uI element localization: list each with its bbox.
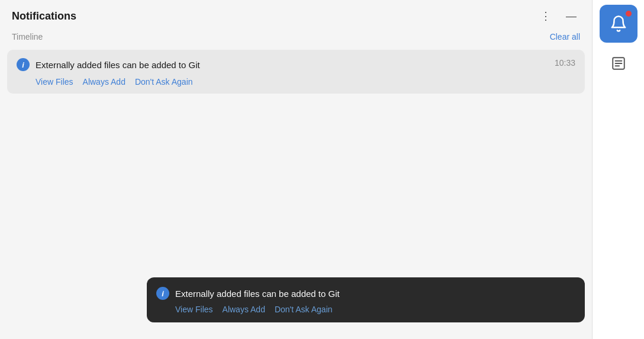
popup-row: i Externally added files can be added to… bbox=[156, 287, 573, 300]
notifications-panel: Notifications ⋮ — Timeline Clear all i E… bbox=[0, 0, 592, 339]
always-add-button[interactable]: Always Add bbox=[83, 77, 125, 87]
popup-message: Externally added files can be added to G… bbox=[175, 289, 340, 299]
panel-title: Notifications bbox=[12, 10, 76, 23]
notification-badge bbox=[624, 9, 633, 18]
clear-all-button[interactable]: Clear all bbox=[550, 32, 580, 41]
sub-header: Timeline Clear all bbox=[0, 30, 592, 47]
popup-view-files-button[interactable]: View Files bbox=[175, 305, 213, 314]
right-sidebar bbox=[592, 0, 644, 339]
view-files-button[interactable]: View Files bbox=[36, 77, 73, 87]
popup-notification: i Externally added files can be added to… bbox=[147, 277, 585, 322]
popup-info-icon: i bbox=[156, 287, 169, 300]
timeline-label: Timeline bbox=[12, 32, 43, 41]
popup-actions: View Files Always Add Don't Ask Again bbox=[156, 305, 573, 314]
bell-button[interactable] bbox=[600, 5, 637, 43]
info-icon: i bbox=[17, 58, 30, 71]
notification-card: i Externally added files can be added to… bbox=[7, 50, 585, 94]
popup-dont-ask-button[interactable]: Don't Ask Again bbox=[275, 305, 333, 314]
notification-row: i Externally added files can be added to… bbox=[17, 58, 575, 71]
notification-content: i Externally added files can be added to… bbox=[17, 58, 545, 71]
notification-time: 10:33 bbox=[545, 58, 575, 68]
more-button[interactable]: ⋮ bbox=[537, 9, 555, 23]
editor-icon bbox=[611, 56, 626, 71]
dont-ask-again-button[interactable]: Don't Ask Again bbox=[135, 77, 193, 87]
editor-button[interactable] bbox=[600, 47, 637, 79]
popup-always-add-button[interactable]: Always Add bbox=[223, 305, 265, 314]
panel-header: Notifications ⋮ — bbox=[0, 0, 592, 30]
minimize-button[interactable]: — bbox=[562, 9, 580, 23]
header-actions: ⋮ — bbox=[537, 9, 580, 23]
notification-message: Externally added files can be added to G… bbox=[36, 60, 200, 70]
notification-actions: View Files Always Add Don't Ask Again bbox=[17, 77, 575, 87]
bell-icon bbox=[610, 15, 627, 33]
